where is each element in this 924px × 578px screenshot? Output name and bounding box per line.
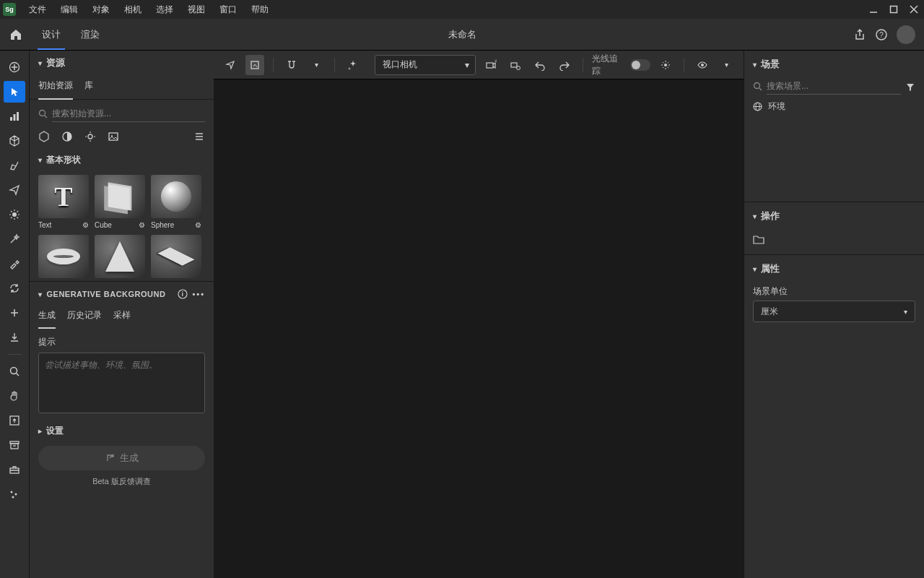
menu-select[interactable]: 选择 bbox=[149, 4, 180, 16]
asset-torus[interactable] bbox=[38, 235, 89, 278]
svg-line-20 bbox=[11, 217, 12, 219]
settings-expand-icon[interactable]: ▸ bbox=[38, 427, 42, 435]
chart-tool[interactable] bbox=[4, 105, 25, 127]
list-view-icon[interactable] bbox=[193, 131, 205, 142]
vt-visibility-icon[interactable] bbox=[693, 55, 712, 75]
vt-snap-dropdown-icon[interactable]: ▾ bbox=[307, 55, 326, 75]
vt-render-settings-icon[interactable] bbox=[656, 55, 675, 75]
raytrace-toggle[interactable] bbox=[630, 59, 650, 71]
tab-design[interactable]: 设计 bbox=[32, 19, 71, 50]
folder-icon bbox=[753, 234, 764, 244]
filter-lights-icon[interactable] bbox=[84, 131, 96, 142]
eyedropper-tool[interactable] bbox=[4, 253, 25, 275]
help-icon[interactable]: ? bbox=[875, 28, 888, 41]
vt-redo-icon[interactable] bbox=[555, 55, 574, 75]
menu-file[interactable]: 文件 bbox=[22, 4, 53, 16]
scene-item-label: 环境 bbox=[768, 100, 785, 113]
vt-effects-icon[interactable] bbox=[344, 55, 362, 75]
asset-cube[interactable]: Cube⚙ bbox=[95, 175, 145, 229]
viewport-canvas[interactable] bbox=[214, 79, 744, 578]
import-tool[interactable] bbox=[4, 327, 25, 348]
scene-search-input[interactable] bbox=[767, 78, 901, 95]
actions-folder[interactable] bbox=[744, 230, 924, 249]
scene-item-environment[interactable]: 环境 bbox=[744, 95, 924, 118]
prompt-input[interactable] bbox=[38, 353, 205, 413]
maximize-icon[interactable] bbox=[886, 2, 901, 17]
navigate-tool[interactable] bbox=[4, 179, 25, 201]
menu-object[interactable]: 对象 bbox=[85, 4, 117, 16]
asset-options-icon[interactable]: ⚙ bbox=[195, 221, 201, 229]
gen-tab-generate[interactable]: 生成 bbox=[38, 306, 56, 329]
topbar: 设计 渲染 未命名 ? bbox=[0, 19, 924, 51]
wand-tool[interactable] bbox=[4, 228, 25, 250]
filter-images-icon[interactable] bbox=[108, 131, 119, 142]
svg-line-21 bbox=[17, 211, 19, 212]
gen-tab-history[interactable]: 历史记录 bbox=[67, 306, 102, 329]
info-icon[interactable]: i bbox=[178, 289, 188, 299]
vt-visibility-dropdown-icon[interactable]: ▾ bbox=[718, 55, 736, 75]
asset-plane[interactable] bbox=[151, 235, 201, 278]
archive-tool[interactable] bbox=[4, 434, 25, 456]
unit-select[interactable]: 厘米▾ bbox=[753, 301, 915, 322]
unit-label: 场景单位 bbox=[753, 285, 915, 298]
props-collapse-icon[interactable]: ▾ bbox=[753, 265, 757, 273]
tab-library[interactable]: 库 bbox=[84, 75, 93, 99]
select-tool[interactable] bbox=[4, 81, 25, 103]
export-tool[interactable] bbox=[4, 410, 25, 431]
tab-render[interactable]: 渲染 bbox=[71, 19, 110, 50]
asset-options-icon[interactable]: ⚙ bbox=[82, 221, 89, 229]
scene-collapse-icon[interactable]: ▾ bbox=[753, 61, 757, 69]
brush-tool[interactable] bbox=[4, 155, 25, 176]
filter-materials-icon[interactable] bbox=[61, 131, 73, 142]
actions-collapse-icon[interactable]: ▾ bbox=[753, 212, 757, 220]
asset-text[interactable]: T Text⚙ bbox=[38, 175, 89, 229]
beta-feedback-link[interactable]: Beta 版反馈调查 bbox=[30, 476, 214, 494]
svg-rect-49 bbox=[251, 61, 258, 69]
share-icon[interactable] bbox=[853, 28, 866, 41]
vt-snap-icon[interactable] bbox=[282, 55, 301, 75]
assets-search-input[interactable] bbox=[52, 105, 205, 122]
asset-cone[interactable] bbox=[95, 235, 145, 278]
hand-tool[interactable] bbox=[4, 385, 25, 407]
vt-selection-icon[interactable] bbox=[221, 55, 240, 75]
menu-help[interactable]: 帮助 bbox=[244, 4, 276, 16]
collapse-icon[interactable]: ▾ bbox=[38, 59, 42, 67]
menu-window[interactable]: 窗口 bbox=[212, 4, 244, 16]
sync-tool[interactable] bbox=[4, 277, 25, 299]
more-icon[interactable]: ••• bbox=[192, 290, 205, 298]
filter-models-icon[interactable] bbox=[38, 131, 50, 142]
home-button[interactable] bbox=[0, 19, 32, 51]
filter-icon[interactable] bbox=[905, 82, 915, 92]
gen-tab-sample[interactable]: 采样 bbox=[113, 306, 131, 329]
generate-button[interactable]: 生成 bbox=[38, 446, 205, 470]
toolbox-tool[interactable] bbox=[4, 459, 25, 480]
light-tool[interactable] bbox=[4, 204, 25, 225]
vt-camera-add-icon[interactable]: + bbox=[481, 55, 500, 75]
menu-view[interactable]: 视图 bbox=[180, 4, 212, 16]
svg-line-61 bbox=[663, 66, 663, 67]
menu-edit[interactable]: 编辑 bbox=[53, 4, 85, 16]
vt-undo-icon[interactable] bbox=[531, 55, 549, 75]
tab-starter-assets[interactable]: 初始资源 bbox=[38, 75, 73, 99]
close-icon[interactable] bbox=[907, 2, 921, 17]
scene-title: 场景 bbox=[761, 58, 780, 71]
search-tool[interactable] bbox=[4, 361, 25, 382]
vt-frame-icon[interactable] bbox=[245, 55, 264, 75]
minimize-icon[interactable] bbox=[866, 2, 881, 17]
add-tool[interactable] bbox=[4, 56, 25, 78]
plus-tool[interactable] bbox=[4, 302, 25, 324]
dots-tool[interactable] bbox=[4, 483, 25, 505]
asset-sphere[interactable]: Sphere⚙ bbox=[151, 175, 201, 229]
vt-camera-link-icon[interactable] bbox=[506, 55, 525, 75]
menu-camera[interactable]: 相机 bbox=[117, 4, 149, 16]
menubar: Sg 文件 编辑 对象 相机 选择 视图 窗口 帮助 bbox=[0, 0, 924, 19]
search-icon bbox=[38, 109, 48, 118]
avatar[interactable] bbox=[897, 25, 915, 44]
right-panel: ▾ 场景 环境 ▾ 操作 ▾ bbox=[744, 51, 924, 578]
camera-select[interactable]: 视口相机 bbox=[375, 55, 476, 75]
cube-tool[interactable] bbox=[4, 130, 25, 152]
asset-options-icon[interactable]: ⚙ bbox=[139, 221, 145, 229]
svg-line-19 bbox=[17, 217, 19, 219]
section-collapse-icon[interactable]: ▾ bbox=[38, 156, 42, 164]
gen-collapse-icon[interactable]: ▾ bbox=[38, 290, 43, 298]
